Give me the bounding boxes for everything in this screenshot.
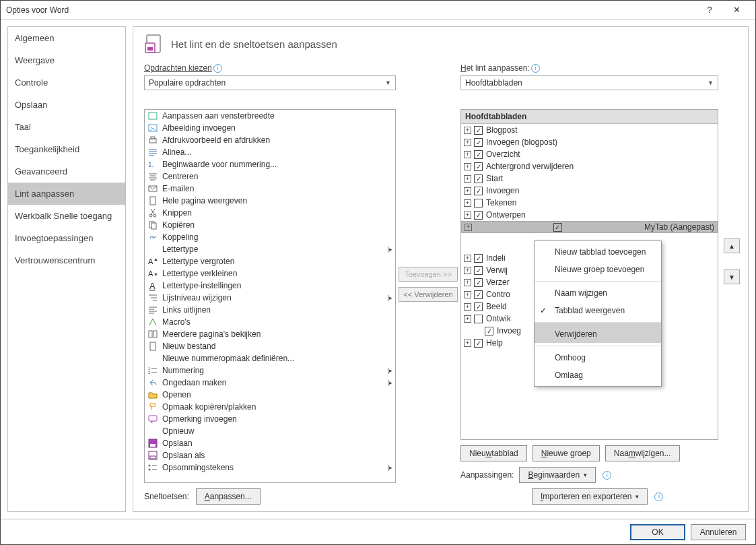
remove-button[interactable]: << Verwijderen — [399, 287, 458, 302]
close-button[interactable]: ✕ — [723, 1, 750, 20]
command-item[interactable]: Links uitlijnen — [145, 304, 395, 316]
command-item[interactable]: Openen — [145, 389, 395, 401]
command-item[interactable]: Koppeling — [145, 231, 395, 243]
commands-combo[interactable]: Populaire opdrachten▼ — [144, 75, 396, 90]
command-item[interactable]: Afbeelding invoegen — [145, 122, 395, 134]
command-item[interactable]: Aanpassen aan vensterbreedte — [145, 110, 395, 122]
sidebar-item[interactable]: Opslaan — [8, 94, 125, 116]
command-item[interactable]: Ongedaan maken|▸ — [145, 377, 395, 389]
command-item[interactable]: Nieuw bestand — [145, 340, 395, 352]
menu-item[interactable]: Nieuwe groep toevoegen — [535, 261, 661, 278]
checkbox[interactable]: ✓ — [474, 339, 483, 348]
command-item[interactable]: Opslaan — [145, 437, 395, 449]
checkbox[interactable]: ✓ — [474, 150, 483, 159]
sidebar-item[interactable]: Taal — [8, 116, 125, 138]
command-item[interactable]: Opsommingstekens|▸ — [145, 461, 395, 474]
info-icon[interactable]: i — [603, 471, 611, 480]
import-export-button[interactable]: Importeren en exporteren — [532, 488, 648, 505]
checkbox[interactable]: ✓ — [474, 162, 483, 171]
menu-item[interactable]: Naam wijzigen — [535, 281, 661, 302]
customize-shortcuts-button[interactable]: Aanpassen... — [196, 488, 261, 505]
command-item[interactable]: A▲Lettertype vergroten — [145, 255, 395, 267]
checkbox[interactable]: ✓ — [474, 278, 483, 287]
command-item[interactable]: Macro's — [145, 316, 395, 328]
checkbox[interactable]: ✓ — [474, 266, 483, 275]
checkbox[interactable]: ✓ — [474, 138, 483, 147]
sidebar-item[interactable]: Invoegtoepassingen — [8, 227, 125, 249]
expand-icon[interactable]: + — [464, 267, 471, 274]
expand-icon[interactable]: + — [464, 199, 471, 207]
commands-list[interactable]: Aanpassen aan vensterbreedteAfbeelding i… — [144, 109, 396, 483]
command-item[interactable]: Opmerking invoegen — [145, 413, 395, 425]
sidebar-item[interactable]: Algemeen — [8, 27, 125, 49]
command-item[interactable]: Afdrukvoorbeeld en afdrukken — [145, 134, 395, 146]
checkbox[interactable]: ✓ — [474, 187, 483, 195]
checkbox[interactable]: ✓ — [553, 223, 562, 232]
new-group-button[interactable]: Nieuwe groep — [532, 445, 600, 461]
expand-icon[interactable]: + — [464, 175, 471, 183]
info-icon[interactable]: i — [654, 492, 663, 501]
checkbox[interactable] — [474, 199, 483, 207]
checkbox[interactable]: ✓ — [485, 327, 493, 335]
expand-icon[interactable]: + — [464, 291, 471, 298]
sidebar-item[interactable]: Werkbalk Snelle toegang — [8, 205, 125, 227]
move-up-button[interactable]: ▲ — [724, 238, 740, 253]
tree-item[interactable]: +✓Achtergrond verwijderen — [461, 160, 718, 172]
expand-icon[interactable]: + — [464, 255, 471, 262]
sidebar-item[interactable]: Weergave — [8, 49, 125, 71]
ribbon-combo[interactable]: Hoofdtabbladen▼ — [460, 75, 718, 90]
command-item[interactable]: Hele pagina weergeven — [145, 195, 395, 207]
sidebar-item[interactable]: Toegankelijkheid — [8, 138, 125, 160]
help-button[interactable]: ? — [696, 1, 723, 20]
command-item[interactable]: Opslaan als — [145, 449, 395, 461]
menu-item[interactable]: Omhoog — [535, 346, 661, 366]
info-icon[interactable]: i — [531, 64, 540, 73]
cancel-button[interactable]: Annuleren — [691, 524, 746, 540]
sidebar-item[interactable]: Vertrouwenscentrum — [8, 249, 125, 271]
tree-item[interactable]: +✓Invoegen (blogpost) — [461, 136, 718, 148]
tree-item[interactable]: +✓Start — [461, 172, 718, 185]
move-down-button[interactable]: ▼ — [724, 269, 740, 284]
expand-icon[interactable]: + — [465, 224, 472, 231]
command-item[interactable]: Kopiëren — [145, 219, 395, 231]
tree-item[interactable]: +Tekenen — [461, 197, 718, 209]
command-item[interactable]: 1.Beginwaarde voor nummering... — [145, 158, 395, 170]
menu-item[interactable]: Verwijderen — [535, 322, 661, 343]
command-item[interactable]: Knippen — [145, 207, 395, 219]
command-item[interactable]: Opmaak kopiëren/plakken — [145, 401, 395, 413]
expand-icon[interactable]: + — [464, 139, 471, 146]
rename-button[interactable]: Naam wijzigen... — [605, 445, 680, 461]
expand-icon[interactable]: + — [464, 303, 471, 311]
command-item[interactable]: E-mailen — [145, 183, 395, 195]
checkbox[interactable]: ✓ — [474, 254, 483, 263]
command-item[interactable]: 12Nummering|▸ — [145, 364, 395, 377]
checkbox[interactable] — [474, 315, 483, 323]
checkbox[interactable]: ✓ — [474, 211, 483, 220]
checkbox[interactable]: ✓ — [474, 126, 483, 135]
expand-icon[interactable]: + — [464, 212, 471, 219]
expand-icon[interactable]: + — [464, 315, 471, 323]
reset-button[interactable]: Beginwaarden — [519, 467, 596, 483]
expand-icon[interactable]: + — [464, 340, 471, 347]
command-item[interactable]: Alinea... — [145, 146, 395, 158]
ok-button[interactable]: OK — [630, 524, 685, 540]
tree-item[interactable]: +✓Invoegen — [461, 185, 718, 197]
sidebar-item[interactable]: Controle — [8, 71, 125, 94]
tree-item[interactable]: +✓Blogpost — [461, 124, 718, 136]
command-item[interactable]: A▼Lettertype verkleinen — [145, 267, 395, 280]
checkbox[interactable]: ✓ — [474, 302, 483, 311]
sidebar-item[interactable]: Lint aanpassen — [8, 183, 125, 205]
expand-icon[interactable]: + — [464, 279, 471, 286]
new-tab-button[interactable]: Nieuw tabblad — [460, 445, 527, 461]
expand-icon[interactable]: + — [464, 127, 471, 134]
tree-item[interactable]: +✓Ontwerpen — [461, 209, 718, 221]
sidebar-item[interactable]: Geavanceerd — [8, 160, 125, 183]
tree-item[interactable]: +✓Overzicht — [461, 148, 718, 160]
command-item[interactable]: Nieuwe nummeropmaak definiëren... — [145, 352, 395, 364]
tree-item[interactable]: +✓MyTab (Aangepast) — [461, 221, 718, 233]
menu-item[interactable]: Nieuw tabblad toevoegen — [535, 243, 661, 261]
checkbox[interactable]: ✓ — [474, 174, 483, 183]
command-item[interactable]: Meerdere pagina's bekijken — [145, 328, 395, 340]
expand-icon[interactable]: + — [464, 163, 471, 170]
command-item[interactable]: Lijstniveau wijzigen|▸ — [145, 292, 395, 304]
